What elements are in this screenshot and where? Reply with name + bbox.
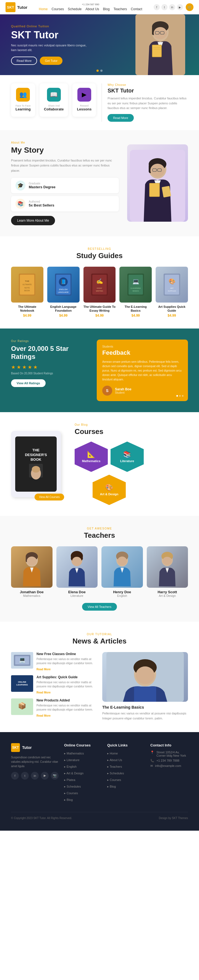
footer-course-eng[interactable]: English [64,764,102,769]
nav-teachers-link[interactable]: Teachers [114,7,127,11]
get-tutor-button[interactable]: Get Tutor [40,57,63,65]
footer-twitter-icon[interactable]: t [21,772,29,780]
news-thumb-2-inner: ONLINELEARNING [11,675,33,692]
about-badge-author: 📚 Authored 5x Best Sellers [11,196,119,212]
cart-button[interactable]: 🛒 [186,3,194,11]
navbar-right: f t in ▶ 🛒 [154,3,194,11]
view-ratings-button[interactable]: View All Ratings [11,379,46,387]
news-read-more-3[interactable]: Read More [37,714,51,717]
ratings-title: Over 20,000 5 Star Ratings [11,345,91,361]
book-cover-2[interactable]: 📘 ENGLISH LANGUAGE [47,267,80,302]
book-price-3: $4.99 [83,313,116,317]
footer-youtube-icon[interactable]: ▶ [41,772,49,780]
nav-courses-link[interactable]: Courses [52,7,64,11]
footer-about-text: Suspendisse condictum sed nec valudes ad… [11,755,59,768]
teacher-photo-2 [56,546,98,588]
about-badges: 🎓 Graduate Masters Degree 📚 Authored 5x … [11,178,119,212]
footer-social: f t in ▶ 📷 [11,772,59,780]
footer-course-art[interactable]: Art & Design [64,770,102,775]
svg-rect-77 [134,687,156,702]
view-all-teachers-button[interactable]: View All Teachers [82,603,117,611]
star-5: ★ [33,364,38,370]
facebook-icon[interactable]: f [154,4,160,10]
footer-link-about[interactable]: About Us [107,757,145,762]
nav-courses[interactable]: Courses [52,6,64,11]
hero-dot-1[interactable] [96,70,99,72]
news-item-desc-3: Pellentesque nec varius ex venditor matt… [37,703,97,712]
book-cover-5[interactable]: 🎨 ART SUPPLIES [156,267,188,302]
youtube-icon[interactable]: ▶ [177,4,183,10]
news-read-more-2[interactable]: Read More [37,691,51,694]
footer-course-math[interactable]: Mathematics [64,751,102,756]
footer-brand: Tutor [22,745,32,750]
footer-course-platea[interactable]: Platea [64,777,102,782]
nav-teachers[interactable]: Teachers [114,6,127,11]
footer-link-blog[interactable]: Blog [107,784,145,789]
features-read-more-button[interactable]: Read More [108,114,133,122]
feedback-label: Students [102,345,182,348]
footer-link-schedules[interactable]: Schedules [107,770,145,775]
hero-dot-2[interactable] [100,70,103,72]
courses-book: THEDESIGNER'SBOOK View All Courses [11,431,66,497]
teacher-name-4: Harry Scott [147,590,188,594]
read-more-button[interactable]: Read More [11,57,37,65]
nav-schedule[interactable]: Schedule [68,6,82,11]
footer-link-courses[interactable]: Courses [107,777,145,782]
linkedin-icon[interactable]: in [169,4,175,10]
hex-literature[interactable]: 📚 Literature [111,441,144,472]
footer-email-text: info@example.com [155,764,181,767]
footer-course-blog[interactable]: Blog [64,797,102,802]
teacher-subject-2: Literature [56,594,98,597]
nav-contact-link[interactable]: Contact [131,7,142,11]
teacher-card-4: Harry Scott Art & Design [147,546,188,597]
svg-text:💻: 💻 [132,278,139,285]
feature-icon-collaborate: 📖 [47,88,61,102]
hex-art-design[interactable]: 🎨 Art & Design [93,474,126,505]
nav-home[interactable]: Home [39,6,48,11]
book-hand-svg [29,464,43,480]
twitter-icon[interactable]: t [161,4,167,10]
view-all-courses-button[interactable]: View All Courses [35,493,64,501]
nav-about[interactable]: About Us [85,6,99,11]
nav-contact[interactable]: Contact [131,6,142,11]
hex-mathematics[interactable]: 📐 Mathematics [75,441,108,472]
about-learn-more-button[interactable]: Learn More About Me [11,216,55,225]
book-cover-4[interactable]: 💻 E-LEARNING BASICS [119,267,152,302]
feature-card-title-2: Collaborate [44,107,64,111]
footer-instagram-icon[interactable]: 📷 [51,772,59,780]
feedback-dot-2[interactable] [179,395,181,397]
news-header: Our Tutorial News & Articles [11,633,188,646]
nav-blog-link[interactable]: Blog [103,7,110,11]
nav-schedule-link[interactable]: Schedule [68,7,82,11]
feedback-dot-1[interactable] [177,395,178,397]
nav-about-link[interactable]: About Us [85,7,99,11]
footer-course-lit[interactable]: Literature [64,757,102,762]
nav-blog[interactable]: Blog [103,6,110,11]
logo[interactable]: SKT Tutor [5,2,27,12]
news-item-2: ONLINELEARNING Art Supplies: Quick Guide… [11,675,97,695]
footer-course-schedules[interactable]: Schedules [64,784,102,789]
svg-point-60 [72,557,82,565]
feature-card-collaborate: 📖 Share And Collaborate [40,83,68,117]
study-guides-label: Bestselling [11,247,188,250]
teacher-subject-4: Art & Design [147,594,188,597]
math-icon: 📐 [87,450,95,458]
book-title-5: Art Supplies Quick Guide [156,305,188,313]
feedback-dot-3[interactable] [182,395,183,397]
book-cover-1[interactable]: THE ULTIMATE NOTE BOOK [11,267,43,302]
svg-text:ENGLISH: ENGLISH [59,288,68,290]
footer-course-courses[interactable]: Courses [64,790,102,795]
ratings-left: Our Ratings Over 20,000 5 Star Ratings ★… [11,340,91,401]
footer-link-teachers[interactable]: Teachers [107,764,145,769]
teacher-name-3: Henry Doe [101,590,143,594]
svg-text:BOOK: BOOK [24,290,30,291]
book-cover-3[interactable]: ✍ ESSAY WRITING [83,267,116,302]
nav-home-link[interactable]: Home [39,7,48,11]
footer-linkedin-icon[interactable]: in [31,772,39,780]
footer-link-home[interactable]: Home [107,751,145,756]
footer-quick-links: Home About Us Teachers Schedules Courses… [107,751,145,789]
teacher-photo-4 [147,546,188,588]
news-read-more-1[interactable]: Read More [37,668,51,671]
footer-address-text: Street 1052/4 Av, Corner bldg New York [156,751,188,757]
footer-facebook-icon[interactable]: f [11,772,19,780]
